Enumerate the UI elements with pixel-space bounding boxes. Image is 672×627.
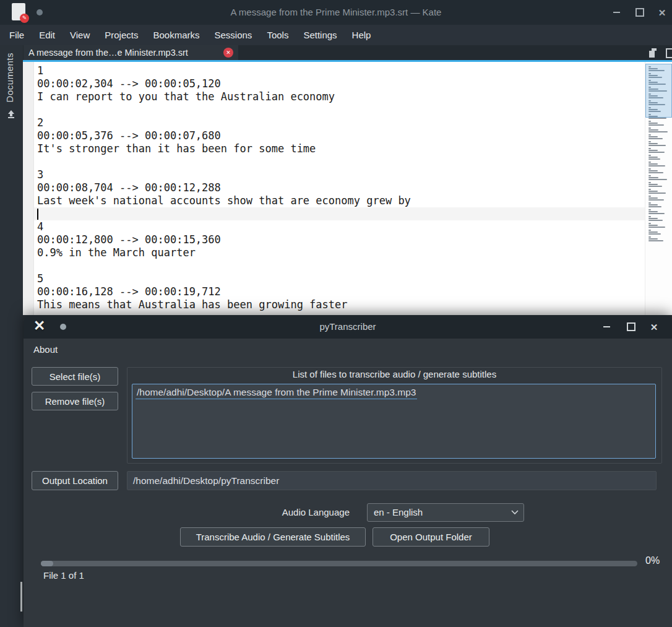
- maximize-icon: [627, 322, 635, 331]
- audio-language-label: Audio Language: [228, 507, 350, 517]
- kate-maximize-button[interactable]: [632, 5, 647, 20]
- minimize-icon: [603, 326, 610, 327]
- split-view-icon[interactable]: [666, 48, 672, 58]
- kate-close-button[interactable]: ✕: [655, 5, 670, 20]
- output-location-field[interactable]: /home/adhi/Desktop/pyTranscriber: [127, 471, 657, 490]
- progress-percent: 0%: [645, 555, 670, 566]
- editor-line: [37, 155, 411, 168]
- file-list-group-title: List of files to transcribe audio / gene…: [127, 369, 661, 379]
- editor-area[interactable]: 1 00:00:02,304 --> 00:00:05,120 I can re…: [23, 62, 645, 315]
- duplicate-document-icon[interactable]: [647, 47, 658, 58]
- editor-line: It's stronger than it has been for some …: [37, 142, 411, 155]
- pt-close-button[interactable]: ✕: [647, 319, 661, 334]
- editor-line: 0.9% in the March quarter: [37, 246, 411, 259]
- editor-line: 00:00:02,304 --> 00:00:05,120: [37, 77, 411, 90]
- file-list[interactable]: /home/adhi/Desktop/A message from the Pr…: [132, 384, 656, 459]
- editor-line: 3: [37, 168, 411, 181]
- editor-line: [37, 259, 411, 272]
- editor-line: Last week's national accounts show that …: [37, 194, 411, 207]
- close-icon: ✕: [650, 322, 658, 332]
- menu-edit[interactable]: Edit: [32, 25, 62, 45]
- editor-line: 00:00:05,376 --> 00:00:07,680: [37, 129, 411, 142]
- kate-documents-sidebar: Documents: [0, 45, 23, 627]
- editor-line: [37, 103, 411, 116]
- open-output-folder-button[interactable]: Open Output Folder: [373, 527, 489, 547]
- menu-tools[interactable]: Tools: [259, 25, 296, 45]
- select-files-button[interactable]: Select file(s): [32, 367, 118, 386]
- kate-titlebar: ✎ A message from the Prime Minister.mp3.…: [0, 0, 672, 25]
- menu-sessions[interactable]: Sessions: [207, 25, 260, 45]
- menu-help[interactable]: Help: [345, 25, 379, 45]
- sidebar-scrollbar-sliver: [20, 582, 22, 612]
- kate-menubar: File Edit View Projects Bookmarks Sessio…: [0, 25, 672, 45]
- pytranscriber-menubar: About: [24, 339, 672, 361]
- menu-settings[interactable]: Settings: [296, 25, 344, 45]
- pt-minimize-button[interactable]: [599, 319, 614, 334]
- file-count-label: File 1 of 1: [43, 570, 84, 581]
- file-list-item[interactable]: /home/adhi/Desktop/A message from the Pr…: [136, 387, 417, 399]
- output-location-button[interactable]: Output Location: [32, 471, 118, 490]
- editor-line: 2: [37, 116, 411, 129]
- close-icon: ✕: [658, 8, 666, 17]
- progress-bar-fill: [41, 561, 53, 566]
- kate-tabbar: A message from the…e Minister.mp3.srt ✕: [0, 45, 672, 60]
- sidebar-documents-toolbutton[interactable]: Documents: [4, 53, 15, 102]
- editor-line: 1: [37, 64, 411, 77]
- minimap-scrollbar[interactable]: [645, 62, 672, 315]
- editor-icon-border: [23, 62, 34, 315]
- editor-line: I can report to you that the Australian …: [37, 90, 411, 103]
- editor-line: 00:00:16,128 --> 00:00:19,712: [37, 285, 411, 298]
- audio-language-select[interactable]: en - English: [367, 503, 524, 522]
- maximize-icon: [635, 8, 644, 17]
- chevron-down-icon: [511, 510, 519, 515]
- menu-about[interactable]: About: [28, 339, 62, 361]
- pt-maximize-button[interactable]: [624, 319, 639, 334]
- audio-language-value: en - English: [374, 507, 423, 517]
- minimap-visible-range[interactable]: [645, 64, 672, 118]
- desktop: ✎ A message from the Prime Minister.mp3.…: [0, 0, 672, 627]
- menu-file[interactable]: File: [2, 25, 32, 45]
- tab-label: A message from the…e Minister.mp3.srt: [28, 48, 220, 58]
- editor-line: 5: [37, 272, 411, 285]
- menu-projects[interactable]: Projects: [97, 25, 145, 45]
- transcribe-button[interactable]: Transcribe Audio / Generate Subtitles: [180, 527, 366, 547]
- minimize-icon: [613, 12, 620, 13]
- pytranscriber-titlebar: ✕ pyTranscriber ✕: [24, 315, 672, 339]
- pytranscriber-window: ✕ pyTranscriber ✕ About Select file(s) R…: [24, 315, 672, 627]
- text-cursor: [37, 209, 38, 220]
- arrow-up-icon: [6, 109, 16, 119]
- progress-bar: [41, 561, 637, 566]
- tab-close-icon[interactable]: ✕: [223, 48, 233, 58]
- editor-line: This means that Australia has been growi…: [37, 298, 411, 311]
- editor-line-cursor: [37, 207, 411, 220]
- editor-text: 1 00:00:02,304 --> 00:00:05,120 I can re…: [37, 64, 411, 311]
- remove-files-button[interactable]: Remove file(s): [32, 392, 118, 410]
- menu-view[interactable]: View: [62, 25, 97, 45]
- menu-bookmarks[interactable]: Bookmarks: [145, 25, 207, 45]
- document-tab[interactable]: A message from the…e Minister.mp3.srt ✕: [24, 45, 238, 60]
- kate-window-title: A message from the Prime Minister.mp3.sr…: [0, 0, 672, 25]
- editor-line: 4: [37, 220, 411, 233]
- editor-line: 00:00:08,704 --> 00:00:12,288: [37, 181, 411, 194]
- pytranscriber-window-title: pyTranscriber: [24, 315, 672, 339]
- kate-minimize-button[interactable]: [609, 5, 624, 20]
- editor-line: 00:00:12,800 --> 00:00:15,360: [37, 233, 411, 246]
